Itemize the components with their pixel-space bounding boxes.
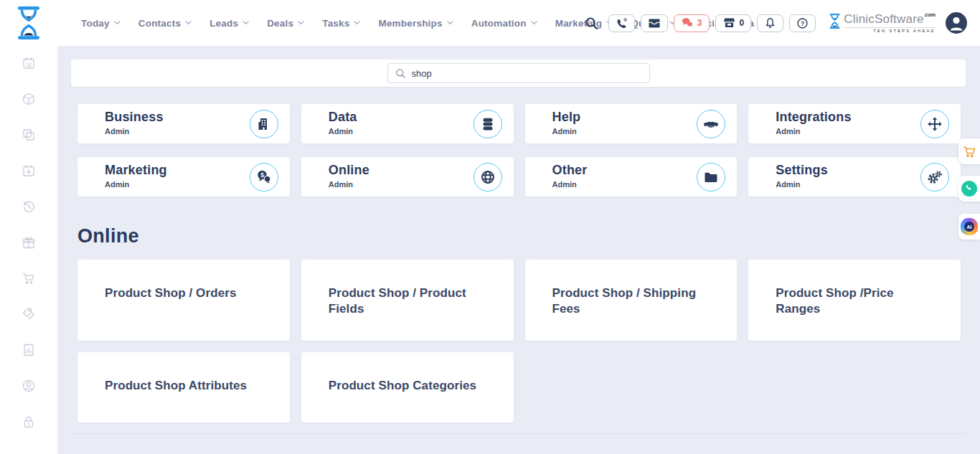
ai-icon: AI	[961, 218, 978, 235]
left-sidebar: 12	[0, 46, 57, 454]
search-input[interactable]	[412, 68, 642, 79]
category-card-marketing[interactable]: Marketing Admin $	[77, 157, 290, 197]
category-card-data[interactable]: Data Admin	[301, 104, 514, 143]
search-card	[71, 60, 966, 87]
app-logo[interactable]	[15, 5, 42, 41]
brand-tld: .com	[924, 12, 936, 17]
bell-icon	[764, 17, 776, 29]
phone-icon	[616, 17, 628, 29]
chevron-down-icon	[114, 21, 121, 25]
handshake-icon	[697, 110, 725, 138]
copy-icon[interactable]	[22, 128, 36, 142]
account-icon[interactable]	[22, 379, 36, 393]
category-card-other[interactable]: Other Admin	[525, 157, 738, 197]
module-title: Product Shop Attributes	[105, 379, 247, 392]
person-icon	[946, 12, 967, 34]
gears-icon	[920, 163, 949, 191]
store-icon	[722, 17, 736, 29]
nav-automation[interactable]: Automation	[471, 18, 537, 29]
bottom-divider	[72, 433, 966, 434]
category-card-integrations[interactable]: Integrations Admin	[748, 104, 961, 143]
nav-today[interactable]: Today	[81, 18, 121, 29]
nav-today-label: Today	[81, 18, 110, 29]
top-bar: Today Contacts Leads Deals Tasks Members…	[0, 0, 980, 46]
globe-icon	[473, 163, 502, 191]
chevron-down-icon	[447, 21, 453, 25]
chevron-down-icon	[242, 21, 249, 25]
chat-bubbles-icon	[681, 17, 694, 29]
floating-whatsapp-widget[interactable]	[958, 176, 980, 202]
module-title: Product Shop / Shipping Fees	[552, 286, 697, 316]
nav-memberships[interactable]: Memberships	[378, 18, 453, 29]
nav-automation-label: Automation	[471, 18, 527, 29]
nav-deals[interactable]: Deals	[267, 18, 304, 29]
module-card-attributes[interactable]: Product Shop Attributes	[77, 352, 290, 422]
folder-icon	[697, 163, 725, 191]
search-button[interactable]	[583, 15, 600, 32]
cart-icon	[962, 144, 976, 159]
brand-name: ClinicSoftware	[844, 13, 923, 25]
floating-cart-widget[interactable]	[958, 138, 980, 164]
calendar-icon[interactable]: 12	[22, 56, 36, 70]
store-button[interactable]: 0	[715, 14, 752, 32]
move-arrows-icon	[920, 110, 949, 138]
hourglass-icon	[829, 13, 841, 29]
category-card-business[interactable]: Business Admin	[77, 104, 290, 143]
chat-button[interactable]: 3	[674, 14, 710, 32]
question-icon: ?	[796, 17, 809, 29]
brand-tagline: TEN STEPS AHEAD	[844, 27, 936, 34]
chevron-down-icon	[354, 21, 360, 25]
nav-deals-label: Deals	[267, 18, 293, 29]
help-button[interactable]: ?	[789, 14, 816, 32]
inbox-icon	[648, 18, 661, 29]
svg-text:$: $	[260, 171, 264, 178]
section-title-online: Online	[77, 225, 980, 247]
notifications-button[interactable]	[757, 14, 783, 32]
nav-contacts[interactable]: Contacts	[138, 18, 192, 29]
module-title: Product Shop /Price Ranges	[776, 286, 893, 316]
chat-count-badge: 3	[697, 18, 702, 28]
category-card-help[interactable]: Help Admin	[525, 104, 738, 143]
report-icon[interactable]	[22, 343, 36, 357]
user-avatar[interactable]	[946, 12, 967, 34]
svg-text:?: ?	[801, 19, 804, 27]
lock-icon[interactable]	[22, 415, 36, 429]
module-grid: Product Shop / Orders Product Shop / Pro…	[77, 260, 961, 422]
cart-icon[interactable]	[22, 271, 36, 285]
chevron-down-icon	[531, 21, 537, 25]
whatsapp-icon	[961, 181, 977, 197]
floating-ai-widget[interactable]: AI	[958, 214, 980, 240]
search-icon	[585, 16, 598, 30]
search-icon	[395, 68, 406, 79]
inbox-button[interactable]	[641, 14, 668, 32]
tags-icon[interactable]	[22, 307, 36, 321]
module-search[interactable]	[387, 63, 650, 83]
ai-label: AI	[964, 222, 974, 232]
clinicsoftware-logo: ClinicSoftware .com TEN STEPS AHEAD	[829, 13, 936, 34]
gift-icon[interactable]	[22, 235, 36, 250]
module-card-price-ranges[interactable]: Product Shop /Price Ranges	[748, 260, 961, 341]
module-card-categories[interactable]: Product Shop Categories	[301, 352, 514, 422]
nav-memberships-label: Memberships	[378, 18, 442, 29]
chevron-down-icon	[185, 21, 192, 25]
module-title: Product Shop / Orders	[105, 286, 236, 300]
module-card-orders[interactable]: Product Shop / Orders	[77, 260, 290, 341]
main-content: Business Admin Data Admin Help Admin Int…	[57, 46, 980, 454]
module-title: Product Shop / Product Fields	[329, 286, 466, 316]
chevron-down-icon	[298, 21, 304, 25]
history-icon[interactable]	[22, 199, 36, 214]
phone-button[interactable]	[608, 14, 635, 32]
module-title: Product Shop Categories	[329, 379, 476, 392]
calendar-download-icon[interactable]	[22, 164, 36, 178]
module-card-product-fields[interactable]: Product Shop / Product Fields	[301, 260, 514, 341]
category-card-settings[interactable]: Settings Admin	[748, 157, 961, 197]
module-card-shipping-fees[interactable]: Product Shop / Shipping Fees	[525, 260, 738, 341]
nav-tasks[interactable]: Tasks	[322, 18, 360, 29]
nav-leads[interactable]: Leads	[209, 18, 249, 29]
package-icon[interactable]	[22, 92, 36, 106]
nav-contacts-label: Contacts	[138, 18, 181, 29]
top-actions: 3 0 ? ClinicSoftware .com TEN STEPS AHEA…	[583, 0, 967, 46]
store-count-badge: 0	[740, 18, 745, 28]
category-card-online[interactable]: Online Admin	[301, 157, 514, 197]
category-grid: Business Admin Data Admin Help Admin Int…	[77, 104, 961, 197]
